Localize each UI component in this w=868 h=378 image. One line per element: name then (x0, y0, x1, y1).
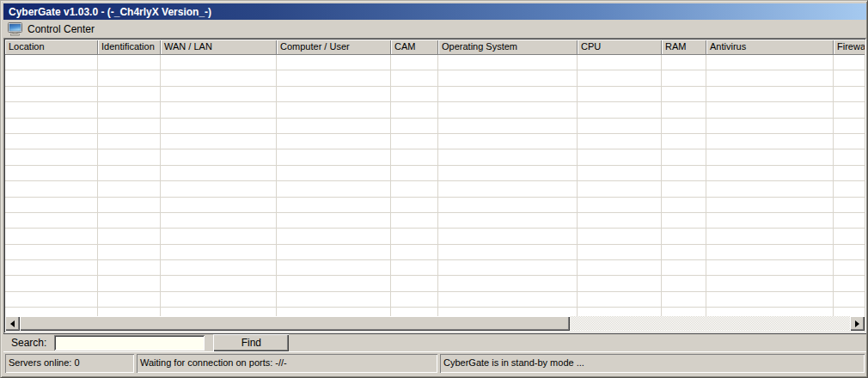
status-connection-ports: Waiting for connection on ports: -//- (137, 354, 437, 373)
table-row-empty (5, 213, 865, 229)
table-row-empty (5, 181, 865, 197)
monitor-icon (8, 22, 23, 36)
column-grid-line (390, 55, 391, 316)
find-button[interactable]: Find (213, 334, 289, 351)
toolbar: Control Center (3, 20, 866, 38)
connections-table: LocationIdentificationWAN / LANComputer … (3, 38, 866, 333)
column-grid-line (160, 55, 161, 316)
column-header-identification[interactable]: Identification (98, 40, 161, 55)
table-row-empty (5, 260, 865, 276)
column-header-ram[interactable]: RAM (662, 40, 706, 55)
table-body[interactable] (5, 55, 865, 316)
column-header-firewall[interactable]: Firewall (834, 40, 865, 55)
column-grid-line (706, 55, 706, 316)
column-header-location[interactable]: Location (5, 40, 98, 55)
horizontal-scrollbar[interactable] (5, 316, 865, 331)
scrollbar-thumb[interactable] (20, 316, 570, 331)
search-panel: Search: Find (3, 333, 866, 352)
table-row-empty (5, 308, 865, 316)
table-row-empty (5, 70, 865, 86)
table-row-empty (5, 55, 865, 70)
column-header-operating-system[interactable]: Operating System (438, 40, 578, 55)
table-row-empty (5, 245, 865, 260)
right-arrow-icon (855, 320, 859, 327)
column-grid-line (276, 55, 277, 316)
scroll-left-button[interactable] (5, 316, 20, 331)
scrollbar-track[interactable] (570, 316, 850, 331)
search-label: Search: (11, 337, 46, 349)
column-header-wan-lan[interactable]: WAN / LAN (161, 40, 277, 55)
scroll-right-button[interactable] (850, 316, 865, 331)
column-header-computer-user[interactable]: Computer / User (277, 40, 391, 55)
table-row-empty (5, 198, 865, 213)
title-bar[interactable]: CyberGate v1.03.0 - (-_Ch4rlyX Version_-… (3, 3, 866, 20)
cybergate-window: CyberGate v1.03.0 - (-_Ch4rlyX Version_-… (0, 0, 868, 378)
search-input[interactable] (54, 335, 205, 351)
column-header-cpu[interactable]: CPU (578, 40, 662, 55)
column-grid-line (437, 55, 438, 316)
table-row-empty (5, 229, 865, 244)
window-title: CyberGate v1.03.0 - (-_Ch4rlyX Version_-… (3, 6, 211, 18)
table-row-empty (5, 87, 865, 102)
table-row-empty (5, 276, 865, 291)
table-row-empty (5, 102, 865, 118)
table-row-empty (5, 119, 865, 134)
column-grid-line (833, 55, 834, 316)
table-row-empty (5, 149, 865, 165)
column-grid-line (661, 55, 662, 316)
table-row-empty (5, 166, 865, 181)
control-center-button[interactable]: Control Center (3, 21, 98, 38)
status-bar: Servers online: 0 Waiting for connection… (3, 352, 866, 375)
status-servers-online: Servers online: 0 (5, 354, 134, 373)
table-header-row: LocationIdentificationWAN / LANComputer … (5, 40, 865, 55)
column-grid-line (577, 55, 578, 316)
table-row-empty (5, 134, 865, 149)
column-grid-line (97, 55, 98, 316)
column-header-antivirus[interactable]: Antivirus (706, 40, 834, 55)
column-header-cam[interactable]: CAM (391, 40, 438, 55)
control-center-label: Control Center (28, 23, 95, 35)
left-arrow-icon (10, 320, 15, 327)
status-mode: CyberGate is in stand-by mode ... (440, 354, 865, 373)
table-row-empty (5, 292, 865, 308)
